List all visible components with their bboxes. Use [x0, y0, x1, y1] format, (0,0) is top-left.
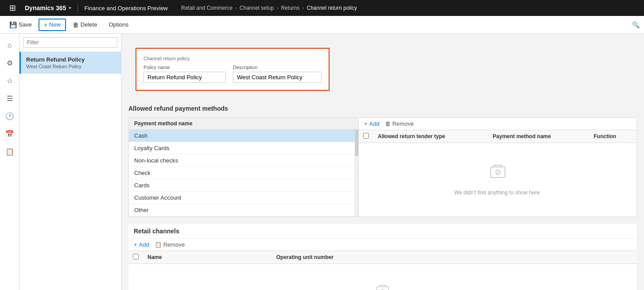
retail-table: Name Operating unit number [128, 251, 637, 264]
search-button[interactable]: 🔍 [632, 21, 640, 28]
filter-input[interactable] [23, 37, 117, 48]
refund-methods-layout: Payment method name Cash Loyalty Cards N… [128, 117, 637, 217]
delete-icon: 🗑 [73, 21, 79, 28]
breadcrumb-sep-3: › [302, 5, 304, 11]
content-area: Channel return policy Policy name Descri… [121, 34, 644, 290]
save-icon: 💾 [9, 21, 17, 28]
delete-label: Delete [81, 21, 97, 28]
options-button[interactable]: Options [104, 19, 133, 30]
payment-list-header-label: Payment method name [134, 120, 192, 127]
add-label: Add [369, 120, 380, 127]
retail-remove-icon: 📋 [155, 241, 162, 248]
breadcrumb-sep-1: › [235, 5, 237, 11]
table-header-row: Allowed return tender type Payment metho… [359, 130, 636, 143]
checkbox-header [359, 130, 373, 143]
scrollbar-thumb [355, 130, 358, 156]
list-item[interactable]: Return Refund Policy West Coast Return P… [19, 52, 121, 74]
list-filter-area [19, 34, 121, 52]
retail-col-name: Name [143, 251, 272, 264]
list-item-title: Return Refund Policy [26, 56, 116, 63]
description-label: Description [233, 65, 322, 70]
list-panel: Return Refund Policy West Coast Return P… [19, 34, 121, 290]
delete-button[interactable]: 🗑 Delete [68, 19, 102, 31]
payment-item-cash[interactable]: Cash [129, 130, 358, 142]
retail-table-empty: We didn't find anything to show here. [128, 264, 637, 290]
list-scroll: Return Refund Policy West Coast Return P… [19, 52, 121, 290]
breadcrumb-channel[interactable]: Channel setup [240, 5, 274, 11]
list-item-subtitle: West Coast Return Policy [26, 64, 116, 69]
allowed-table-container: + Add 🗑 Remove [359, 117, 637, 217]
retail-col-unit: Operating unit number [272, 251, 637, 264]
add-icon: + [364, 120, 368, 127]
top-bar-divider [78, 4, 78, 12]
allowed-table-toolbar: + Add 🗑 Remove [359, 118, 636, 130]
policy-name-field: Policy name [144, 65, 226, 83]
form-card-wrapper: Channel return policy Policy name Descri… [128, 41, 637, 98]
retail-empty-icon [374, 282, 392, 290]
new-button[interactable]: + New [39, 19, 66, 31]
allowed-table-empty: We didn't find anything to show here. [359, 143, 636, 213]
module-name: Finance and Operations Preview [84, 5, 168, 12]
remove-icon: 🗑 [385, 120, 391, 127]
retail-remove-button[interactable]: 📋 Remove [155, 241, 185, 248]
form-card: Channel return policy Policy name Descri… [136, 48, 330, 91]
breadcrumb-returns[interactable]: Returns [281, 5, 299, 11]
new-icon: + [44, 21, 47, 28]
payment-item-customer-account[interactable]: Customer Account [129, 192, 358, 204]
payment-list-items: Cash Loyalty Cards Non-local checks Chec… [129, 130, 358, 217]
retail-channels-section: Retail channels + Add 📋 Remove [128, 224, 637, 290]
payment-item-loyalty-cards[interactable]: Loyalty Cards [129, 142, 358, 155]
payment-list-scrollbar[interactable] [355, 130, 358, 217]
brand-dropdown-icon[interactable]: ▾ [69, 5, 71, 11]
payment-list-header: Payment method name [129, 118, 358, 130]
payment-item-check[interactable]: Check [129, 167, 358, 179]
calendar-icon[interactable]: 📅 [2, 126, 18, 142]
home-icon[interactable]: ⌂ [2, 37, 18, 53]
breadcrumb-sep-2: › [276, 5, 278, 11]
options-label: Options [109, 21, 128, 28]
recent-icon[interactable]: 🕐 [2, 108, 18, 124]
col-tender-type: Allowed return tender type [373, 130, 488, 143]
breadcrumb: Retail and Commerce › Channel setup › Re… [181, 5, 357, 11]
select-all-checkbox[interactable] [363, 133, 369, 139]
remove-button[interactable]: 🗑 Remove [385, 120, 414, 127]
search-area: 🔍 [632, 21, 640, 28]
description-input[interactable] [233, 72, 322, 83]
retail-remove-label: Remove [163, 241, 185, 248]
payment-item-cards[interactable]: Cards [129, 179, 358, 192]
retail-select-all[interactable] [133, 254, 139, 259]
datalist-icon[interactable]: 📋 [2, 143, 18, 159]
favorites-icon[interactable]: ☆ [2, 73, 18, 89]
save-button[interactable]: 💾 Save [4, 19, 37, 31]
payment-item-non-local-checks[interactable]: Non-local checks [129, 155, 358, 167]
breadcrumb-retail[interactable]: Retail and Commerce [181, 5, 233, 11]
payment-item-other[interactable]: Other [129, 204, 358, 217]
retail-header-row: Name Operating unit number [128, 251, 637, 264]
main-toolbar: 💾 Save + New 🗑 Delete Options 🔍 [0, 16, 644, 34]
form-fields: Policy name Description [144, 65, 322, 83]
brand-name: Dynamics 365 [25, 4, 66, 12]
policy-name-label: Policy name [144, 65, 226, 70]
refund-methods-section: Allowed refund payment methods Payment m… [128, 105, 637, 217]
retail-add-button[interactable]: + Add [134, 241, 149, 248]
policy-name-input[interactable] [144, 72, 226, 83]
empty-message: We didn't find anything to show here. [454, 189, 541, 196]
new-label: New [49, 21, 61, 28]
refund-section-title: Allowed refund payment methods [128, 105, 637, 112]
top-bar: ⊞ Dynamics 365 ▾ Finance and Operations … [0, 0, 644, 16]
col-function: Function [589, 130, 636, 143]
filter-icon[interactable]: ⚙ [2, 55, 18, 71]
form-section-label: Channel return policy [144, 56, 322, 61]
grid-menu-button[interactable]: ⊞ [4, 0, 20, 16]
allowed-table: Allowed return tender type Payment metho… [359, 130, 636, 143]
payment-list-container: Payment method name Cash Loyalty Cards N… [128, 117, 359, 217]
save-label: Save [19, 21, 32, 28]
col-payment-method: Payment method name [488, 130, 589, 143]
empty-icon [487, 161, 508, 186]
retail-table-toolbar: + Add 📋 Remove [128, 239, 637, 251]
retail-section-title: Retail channels [128, 224, 637, 239]
retail-add-icon: + [134, 241, 137, 248]
add-button[interactable]: + Add [364, 120, 380, 127]
list-icon[interactable]: ☰ [2, 90, 18, 106]
breadcrumb-current: Channel return policy [306, 5, 357, 11]
